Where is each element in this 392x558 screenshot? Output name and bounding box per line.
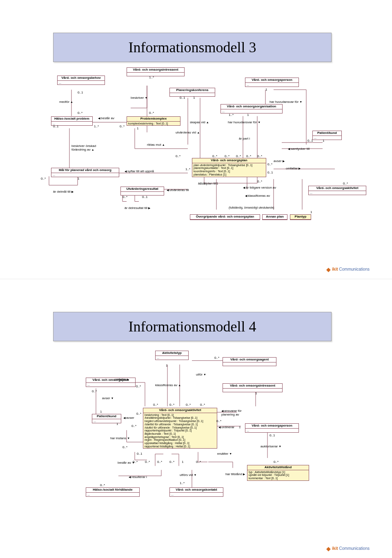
mult: 1 bbox=[255, 391, 257, 395]
mult: 0..* bbox=[145, 460, 150, 464]
class-konferens: Planeringskonferens bbox=[169, 88, 215, 97]
lbl-utfor: utför bbox=[196, 373, 206, 376]
label-arpart: är part i bbox=[239, 137, 250, 140]
mult: 0..* bbox=[136, 385, 141, 388]
lbl-bestar: består av bbox=[118, 461, 135, 465]
mult: 1..* bbox=[180, 481, 185, 485]
mult: 1 bbox=[310, 210, 312, 214]
class-intressent: Vård- och omsorgsintressent bbox=[127, 67, 185, 76]
lbl-ansvarar: ansvarar för planering av bbox=[221, 409, 242, 416]
class-plan: Vård- och omsorgsplan plan utvärderingst… bbox=[192, 158, 266, 177]
mult: 0..* bbox=[133, 460, 138, 464]
lbl-harinst: har instans bbox=[110, 436, 130, 440]
mult: 0..* bbox=[216, 419, 221, 423]
mult: 0..1 bbox=[137, 452, 142, 456]
lbl-utforsvid: utförs vid bbox=[180, 473, 196, 477]
mult: 1 bbox=[323, 139, 324, 142]
mult: 1 bbox=[137, 127, 138, 130]
mult: 0..* bbox=[78, 111, 82, 115]
mult: 0..* bbox=[196, 460, 201, 464]
mult: 0..* bbox=[225, 154, 229, 158]
label-huvud1: har huvudansvar för bbox=[270, 100, 302, 104]
mult: 0..1 bbox=[307, 139, 313, 142]
class-resultat: Utvärderingsresultat bbox=[120, 187, 164, 196]
mult: 0..* bbox=[169, 403, 174, 407]
class-aktivitet: Vård- och omsorgsaktivitet ... bbox=[308, 186, 366, 195]
lbl-avser: avser bbox=[102, 396, 114, 400]
mult: 0..* bbox=[212, 154, 217, 158]
mult: 1..* bbox=[185, 167, 190, 171]
mult: 0..* bbox=[153, 403, 158, 407]
mult: 0..* bbox=[274, 460, 278, 464]
mult: 0..* bbox=[131, 424, 136, 428]
slide-title: Informationsmodell 4 bbox=[53, 312, 332, 341]
mult: 0..* bbox=[186, 403, 191, 407]
label-klassif: klassificeras av bbox=[245, 194, 270, 198]
mult: 0..* bbox=[136, 412, 141, 416]
mult: 0..* bbox=[246, 154, 251, 158]
mult: 0..* bbox=[41, 177, 46, 180]
mult: 0..1 bbox=[270, 434, 275, 437]
mult: 0..* bbox=[122, 195, 127, 199]
label-beskriver: beskriver bbox=[131, 96, 147, 100]
mult: 0..* bbox=[176, 154, 180, 158]
mult: 0..1 bbox=[53, 124, 58, 128]
logo: ◆ ikit Communications bbox=[326, 546, 370, 551]
mult: 0..* bbox=[169, 460, 174, 464]
mult: 1..* bbox=[149, 76, 154, 79]
label-avser: avser bbox=[274, 159, 285, 163]
label-syftar: syftar till att uppnå bbox=[125, 169, 154, 173]
mult: 1 bbox=[265, 88, 267, 91]
mult: 1 bbox=[78, 177, 79, 180]
lbl-ersatter: ersätter bbox=[217, 452, 232, 456]
label-utvvid: utvärderas vid bbox=[176, 131, 200, 134]
class-plantyp: Plantyp bbox=[290, 214, 311, 220]
mult: 0..* bbox=[267, 162, 272, 166]
label-riktas: riktas mot bbox=[147, 143, 165, 147]
uml-diagram-4: Aktivitetstyp ... Vård- och omsorgsagent… bbox=[12, 351, 380, 534]
lbl-resulterar: resulterar i bbox=[129, 475, 147, 479]
class-annan: Annan plan bbox=[262, 214, 287, 220]
slide-2: Informationsmodell 4 bbox=[0, 279, 392, 558]
mult: 1 bbox=[166, 364, 167, 367]
logo-icon: ◆ bbox=[326, 267, 331, 271]
mult: 0..* bbox=[257, 180, 262, 183]
mult: 1 bbox=[182, 460, 183, 464]
mult: 0..* bbox=[200, 403, 205, 407]
lbl-hartill: har tillstånd bbox=[225, 472, 245, 476]
lbl-omfattar: omfattar bbox=[114, 378, 129, 381]
uml-diagram-3: Vård- och omsorgsbehov ... Vård- och oms… bbox=[12, 67, 380, 254]
mult: 1 bbox=[116, 422, 118, 426]
mult: 0..1 bbox=[78, 91, 83, 94]
mult: 1 bbox=[100, 410, 102, 413]
lbl-ordinerar: ordinerar bbox=[218, 425, 234, 429]
mult: 0..* bbox=[122, 445, 127, 449]
lbl-klassif: klassificeras av bbox=[155, 383, 181, 387]
label-tidigare: är tidigare version av bbox=[243, 186, 276, 189]
label-skapas: skapas vid bbox=[190, 120, 209, 124]
mult: 0..* bbox=[100, 483, 105, 487]
mult: 0..* bbox=[92, 389, 97, 393]
class-kontakt: Vård- och omsorgskontakt ... bbox=[169, 487, 223, 497]
class-aktivtyp: Aktivitetstyp ... bbox=[155, 351, 189, 360]
label-beskonsk: beskriver önskad förändring av bbox=[71, 144, 96, 151]
lbl-avser2: avser bbox=[123, 416, 134, 420]
class-forhall: Hälso-/socialt förhållande ... bbox=[86, 487, 140, 497]
class-patient: Patient/kund ... bbox=[312, 131, 342, 140]
mult: 0..1 bbox=[200, 182, 205, 185]
mult: 1..* bbox=[94, 124, 99, 128]
class-tillstand: Aktivitetstillstånd typ : Aktivitetstill… bbox=[247, 465, 309, 481]
class-over: Övergripande vård- och omsorgsplan bbox=[190, 214, 260, 220]
class-mal: Mål för planerad vård och omsorg ... bbox=[51, 168, 119, 177]
label-delres: är delresultat till bbox=[125, 206, 150, 210]
mult: 0..* bbox=[214, 356, 219, 360]
label-omfattar: omfattar bbox=[286, 167, 301, 170]
lbl-auktor: auktoriserar bbox=[261, 445, 281, 448]
class-komplex: Problemkomplex komplexbeskrivning : Text… bbox=[127, 116, 180, 126]
mult: 0..* bbox=[343, 182, 348, 185]
mult: 0..* bbox=[157, 460, 162, 464]
label-bestar: består av bbox=[98, 116, 114, 120]
mult: 1 bbox=[216, 182, 218, 185]
mult: 0..1 bbox=[142, 195, 147, 199]
mult: 1..* bbox=[229, 113, 234, 117]
